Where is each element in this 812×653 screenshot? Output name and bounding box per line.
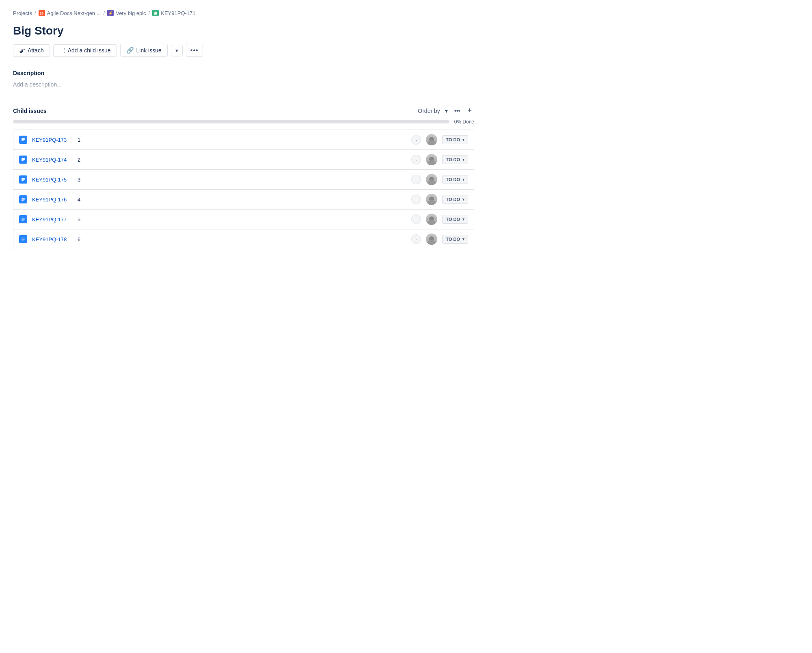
child-issues-title: Child issues (13, 108, 46, 114)
issue-key-175[interactable]: KEY91PQ-175 (32, 177, 73, 183)
status-chevron-icon-174: ▾ (462, 158, 464, 162)
breadcrumb-project-label: Agile Docs Next-gen ... (47, 10, 101, 16)
order-by-label: Order by (418, 108, 440, 114)
svg-rect-6 (22, 158, 25, 159)
order-by-dropdown-button[interactable]: ▾ (443, 106, 449, 116)
link-icon: 🔗 (126, 47, 134, 54)
issue-avatar-174 (426, 154, 437, 165)
status-badge-175[interactable]: TO DO ▾ (442, 175, 468, 184)
status-chevron-icon-173: ▾ (462, 138, 464, 142)
issue-key-178[interactable]: KEY91PQ-178 (32, 236, 73, 242)
svg-rect-15 (22, 200, 24, 201)
breadcrumb-project[interactable]: ◎ Agile Docs Next-gen ... (39, 10, 101, 16)
table-row: KEY91PQ-174 2 - TO DO ▾ (13, 150, 474, 170)
issue-priority-178[interactable]: - (411, 234, 421, 244)
issue-priority-175[interactable]: - (411, 175, 421, 184)
status-chevron-icon-177: ▾ (462, 217, 464, 221)
add-child-issue-button[interactable]: ⛶ Add a child issue (53, 44, 117, 57)
breadcrumb-epic[interactable]: ⚡ Very big epic (107, 10, 146, 16)
progress-bar-track (13, 120, 449, 123)
hierarchy-icon: ⛶ (59, 47, 65, 54)
issue-avatar-173 (426, 134, 437, 145)
description-placeholder[interactable]: Add a description... (13, 80, 474, 89)
avatar-face (426, 174, 437, 185)
ellipsis-icon: ••• (190, 47, 199, 54)
svg-rect-21 (22, 239, 25, 240)
table-row: KEY91PQ-177 5 - TO DO ▾ (13, 210, 474, 229)
issue-summary-178: 6 (78, 236, 406, 242)
actions-dropdown-button[interactable]: ▾ (171, 45, 183, 56)
link-issue-label: Link issue (136, 47, 162, 54)
plus-icon: + (467, 106, 472, 115)
status-badge-176[interactable]: TO DO ▾ (442, 195, 468, 204)
issue-priority-173[interactable]: - (411, 135, 421, 145)
issue-summary-173: 1 (78, 137, 406, 143)
status-text-178: TO DO (446, 237, 460, 242)
issue-summary-175: 3 (78, 177, 406, 183)
attach-button[interactable]: 🖇 Attach (13, 44, 50, 57)
child-issues-section: Child issues Order by ▾ ••• + 0% Done (13, 106, 474, 249)
svg-rect-3 (22, 141, 24, 141)
status-badge-173[interactable]: TO DO ▾ (442, 135, 468, 144)
issue-type-icon (19, 136, 27, 144)
breadcrumb: Projects / ◎ Agile Docs Next-gen ... / ⚡… (13, 10, 474, 16)
breadcrumb-sep-1: / (35, 10, 36, 16)
add-child-label: Add a child issue (68, 47, 111, 54)
status-text-177: TO DO (446, 217, 460, 222)
issue-key-176[interactable]: KEY91PQ-176 (32, 197, 73, 203)
description-label: Description (13, 70, 474, 76)
table-row: KEY91PQ-175 3 - TO DO ▾ (13, 170, 474, 190)
breadcrumb-issue[interactable]: ▣ KEY91PQ-171 (152, 10, 195, 16)
status-badge-178[interactable]: TO DO ▾ (442, 235, 468, 244)
action-bar: 🖇 Attach ⛶ Add a child issue 🔗 Link issu… (13, 44, 474, 57)
svg-rect-23 (22, 240, 24, 241)
svg-rect-10 (22, 178, 25, 179)
avatar-face (426, 194, 437, 205)
breadcrumb-projects[interactable]: Projects (13, 10, 32, 16)
issue-key-173[interactable]: KEY91PQ-173 (32, 137, 73, 143)
issue-priority-176[interactable]: - (411, 195, 421, 204)
link-issue-button[interactable]: 🔗 Link issue (120, 44, 168, 57)
description-section: Description Add a description... (13, 70, 474, 89)
more-options-button[interactable]: ••• (186, 44, 203, 57)
issue-avatar-177 (426, 214, 437, 225)
add-child-issue-plus-button[interactable]: + (465, 106, 474, 116)
svg-rect-1 (22, 139, 25, 140)
issue-type-icon (19, 156, 27, 164)
status-chevron-icon-175: ▾ (462, 177, 464, 182)
breadcrumb-projects-label: Projects (13, 10, 32, 16)
table-row: KEY91PQ-173 1 - TO DO ▾ (13, 130, 474, 150)
breadcrumb-sep-3: / (149, 10, 150, 16)
svg-rect-22 (22, 238, 25, 239)
svg-rect-5 (22, 159, 25, 160)
status-badge-177[interactable]: TO DO ▾ (442, 215, 468, 224)
issue-priority-177[interactable]: - (411, 214, 421, 224)
issue-key-177[interactable]: KEY91PQ-177 (32, 216, 73, 223)
svg-rect-19 (22, 220, 24, 221)
breadcrumb-issue-label: KEY91PQ-171 (161, 10, 195, 16)
avatar-face (426, 154, 437, 165)
issue-key-174[interactable]: KEY91PQ-174 (32, 157, 73, 163)
issue-icon: ▣ (152, 10, 159, 16)
progress-text: 0% Done (454, 119, 474, 125)
svg-rect-14 (22, 198, 25, 199)
project-icon: ◎ (39, 10, 45, 16)
status-chevron-icon-176: ▾ (462, 197, 464, 201)
issue-summary-174: 2 (78, 157, 406, 163)
ellipsis-icon: ••• (454, 108, 460, 114)
page-title: Big Story (13, 24, 474, 37)
issue-avatar-178 (426, 234, 437, 245)
issue-priority-174[interactable]: - (411, 155, 421, 164)
avatar-face (426, 234, 437, 245)
issue-summary-177: 5 (78, 216, 406, 223)
svg-rect-7 (22, 160, 24, 161)
svg-rect-11 (22, 180, 24, 181)
table-row: KEY91PQ-178 6 - TO DO ▾ (13, 229, 474, 249)
epic-icon: ⚡ (107, 10, 114, 16)
issues-table: KEY91PQ-173 1 - TO DO ▾ KEY91PQ-174 (13, 130, 474, 249)
status-badge-174[interactable]: TO DO ▾ (442, 155, 468, 164)
issue-avatar-175 (426, 174, 437, 185)
status-text-173: TO DO (446, 137, 460, 142)
child-issues-more-button[interactable]: ••• (453, 106, 462, 116)
child-issues-header: Child issues Order by ▾ ••• + (13, 106, 474, 116)
